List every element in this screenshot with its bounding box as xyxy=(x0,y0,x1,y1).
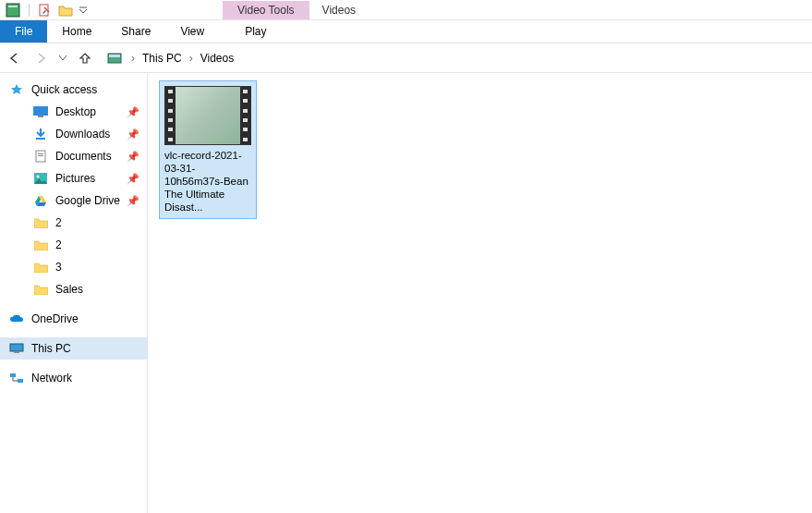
svg-rect-15 xyxy=(10,373,16,377)
sidebar-quick-access[interactable]: Quick access xyxy=(0,79,147,101)
sidebar-item-label: Quick access xyxy=(31,83,97,96)
sidebar-item-pictures[interactable]: Pictures 📌 xyxy=(0,167,147,189)
tab-share[interactable]: Share xyxy=(106,20,165,43)
breadcrumb-videos[interactable]: Videos xyxy=(200,52,234,65)
svg-rect-16 xyxy=(18,379,23,383)
new-folder-icon[interactable] xyxy=(58,3,73,18)
tab-home[interactable]: Home xyxy=(47,20,106,43)
svg-point-12 xyxy=(37,176,40,178)
svg-rect-1 xyxy=(8,6,18,7)
forward-button[interactable] xyxy=(31,49,50,67)
sidebar-network[interactable]: Network xyxy=(0,367,147,389)
sidebar-item-google-drive[interactable]: Google Drive 📌 xyxy=(0,189,147,212)
up-button[interactable] xyxy=(76,49,94,67)
title-bar: Video Tools Videos xyxy=(0,0,812,20)
recent-locations-dropdown[interactable] xyxy=(57,49,68,67)
sidebar-item-documents[interactable]: Documents 📌 xyxy=(0,145,147,167)
pin-icon: 📌 xyxy=(127,128,139,140)
svg-rect-10 xyxy=(38,155,43,156)
navigation-pane: Quick access Desktop 📌 Downloads 📌 Docum… xyxy=(0,73,148,513)
folder-icon xyxy=(33,260,48,275)
sidebar-this-pc[interactable]: This PC xyxy=(0,337,147,360)
pin-icon: 📌 xyxy=(127,195,139,207)
divider xyxy=(29,4,30,17)
sidebar-item-label: 3 xyxy=(55,261,62,274)
sidebar-item-label: Pictures xyxy=(55,172,95,185)
sidebar-item-label: Documents xyxy=(55,150,112,163)
pictures-icon xyxy=(33,171,48,186)
tab-view[interactable]: View xyxy=(165,20,219,43)
sidebar-item-label: Google Drive xyxy=(55,194,120,207)
navigation-bar: › This PC › Videos xyxy=(0,43,812,73)
svg-rect-5 xyxy=(33,106,48,116)
folder-icon xyxy=(33,215,48,230)
sidebar-item-desktop[interactable]: Desktop 📌 xyxy=(0,101,147,123)
documents-icon xyxy=(33,149,48,164)
file-item[interactable]: vlc-record-2021-03-31-10h56m37s-Bean The… xyxy=(159,80,257,219)
svg-rect-4 xyxy=(109,55,120,57)
filmstrip-right xyxy=(240,87,250,144)
address-bar[interactable]: › This PC › Videos xyxy=(102,47,806,69)
sidebar-item-downloads[interactable]: Downloads 📌 xyxy=(0,123,147,145)
svg-rect-13 xyxy=(10,344,23,351)
tab-play[interactable]: Play xyxy=(230,20,281,43)
sidebar-item-label: Desktop xyxy=(55,105,96,118)
sidebar-item-label: 2 xyxy=(55,216,62,229)
google-drive-icon xyxy=(33,193,48,208)
window-title: Videos xyxy=(322,4,356,17)
onedrive-icon xyxy=(9,311,24,326)
breadcrumb-this-pc[interactable]: This PC xyxy=(142,52,182,65)
back-button[interactable] xyxy=(6,49,24,67)
sidebar-item-label: OneDrive xyxy=(31,312,79,325)
svg-rect-7 xyxy=(36,138,45,140)
app-icon xyxy=(6,3,20,18)
downloads-icon xyxy=(33,127,48,141)
qat-dropdown-icon[interactable] xyxy=(79,3,88,18)
sidebar-item-folder[interactable]: Sales xyxy=(0,278,147,300)
svg-rect-14 xyxy=(14,351,19,353)
location-icon xyxy=(107,52,124,65)
this-pc-icon xyxy=(9,341,24,356)
sidebar-item-label: This PC xyxy=(31,342,71,355)
tab-file[interactable]: File xyxy=(0,20,47,43)
file-name: vlc-record-2021-03-31-10h56m37s-Bean The… xyxy=(164,149,251,214)
folder-icon xyxy=(33,238,48,252)
star-icon xyxy=(9,82,24,97)
sidebar-item-label: Downloads xyxy=(55,128,110,140)
pin-icon: 📌 xyxy=(127,173,139,185)
sidebar-onedrive[interactable]: OneDrive xyxy=(0,308,147,330)
network-icon xyxy=(9,371,24,385)
chevron-right-icon[interactable]: › xyxy=(131,52,135,65)
video-thumbnail xyxy=(164,86,251,145)
sidebar-item-label: Network xyxy=(31,372,72,385)
pin-icon: 📌 xyxy=(127,106,139,118)
sidebar-item-folder[interactable]: 3 xyxy=(0,256,147,278)
svg-rect-6 xyxy=(38,116,43,117)
sidebar-item-folder[interactable]: 2 xyxy=(0,234,147,256)
contextual-tab-video-tools[interactable]: Video Tools xyxy=(223,1,309,19)
file-list[interactable]: vlc-record-2021-03-31-10h56m37s-Bean The… xyxy=(148,73,812,513)
sidebar-item-label: Sales xyxy=(55,283,83,296)
svg-rect-9 xyxy=(38,153,43,154)
ribbon-tabs: File Home Share View Play xyxy=(0,20,812,43)
properties-icon[interactable] xyxy=(38,3,53,18)
sidebar-item-label: 2 xyxy=(55,238,62,251)
chevron-right-icon[interactable]: › xyxy=(189,52,193,65)
filmstrip-left xyxy=(165,87,176,144)
pin-icon: 📌 xyxy=(127,151,139,163)
sidebar-item-folder[interactable]: 2 xyxy=(0,212,147,234)
desktop-icon xyxy=(33,104,48,119)
folder-icon xyxy=(33,282,48,297)
